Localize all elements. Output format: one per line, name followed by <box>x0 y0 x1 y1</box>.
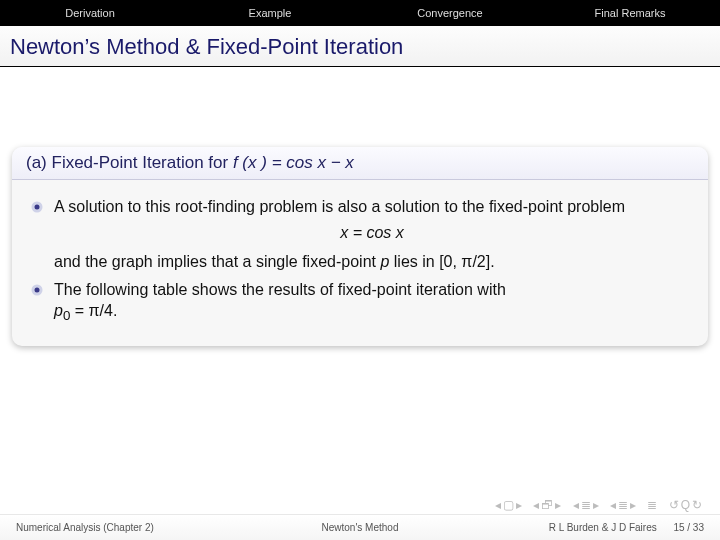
nav-derivation[interactable]: Derivation <box>0 7 180 19</box>
bullet-2-line1: The following table shows the results of… <box>54 281 506 298</box>
svg-point-3 <box>35 287 40 292</box>
bullet-1: A solution to this root-finding problem … <box>30 196 690 273</box>
footer-author: R L Burden & J D Faires <box>549 522 657 533</box>
bullet-1-line2-post: lies in [0, π/2]. <box>389 253 494 270</box>
footer: Numerical Analysis (Chapter 2) Newton's … <box>0 514 720 540</box>
variable-p0-p: p <box>54 302 63 319</box>
footer-left: Numerical Analysis (Chapter 2) <box>0 522 245 533</box>
footer-center: Newton's Method <box>245 522 474 533</box>
equation: x = cos x <box>54 222 690 244</box>
nav-first-icon[interactable]: ◂▢▸ <box>495 498 524 512</box>
block-header-math: f (x ) = cos x − x <box>233 153 354 172</box>
bullet-1-line1: A solution to this root-finding problem … <box>54 198 625 215</box>
nav-prev-icon[interactable]: ◂🗗▸ <box>533 498 563 512</box>
bullet-2-line1-post: = π/4. <box>70 302 117 319</box>
nav-fwd-icon[interactable]: ◂≣▸ <box>610 498 638 512</box>
nav-back-icon[interactable]: ◂≣▸ <box>573 498 601 512</box>
bullet-icon <box>30 283 44 297</box>
nav-controls: ◂▢▸ ◂🗗▸ ◂≣▸ ◂≣▸ ≣ ↺Q↻ <box>493 498 706 512</box>
top-nav: Derivation Example Convergence Final Rem… <box>0 0 720 26</box>
nav-convergence[interactable]: Convergence <box>360 7 540 19</box>
nav-final-remarks[interactable]: Final Remarks <box>540 7 720 19</box>
nav-reload-icon[interactable]: ↺Q↻ <box>669 498 704 512</box>
spacer <box>0 67 720 147</box>
svg-point-1 <box>35 205 40 210</box>
block-header-text: (a) Fixed-Point Iteration for <box>26 153 233 172</box>
bullet-1-line2-pre: and the graph implies that a single fixe… <box>54 253 380 270</box>
bullet-1-text: A solution to this root-finding problem … <box>54 196 690 273</box>
nav-goto-icon[interactable]: ≣ <box>647 498 659 512</box>
bullet-icon <box>30 200 44 214</box>
frame-title: Newton’s Method & Fixed-Point Iteration <box>10 34 710 60</box>
bullet-2: The following table shows the results of… <box>30 279 690 326</box>
footer-right: R L Burden & J D Faires 15 / 33 <box>475 522 720 533</box>
content-block: (a) Fixed-Point Iteration for f (x ) = c… <box>12 147 708 346</box>
footer-page: 15 / 33 <box>673 522 704 533</box>
frame-title-bar: Newton’s Method & Fixed-Point Iteration <box>0 26 720 67</box>
block-header: (a) Fixed-Point Iteration for f (x ) = c… <box>12 147 708 180</box>
nav-example[interactable]: Example <box>180 7 360 19</box>
variable-p: p <box>380 253 389 270</box>
bullet-2-text: The following table shows the results of… <box>54 279 690 326</box>
block-body: A solution to this root-finding problem … <box>12 180 708 346</box>
